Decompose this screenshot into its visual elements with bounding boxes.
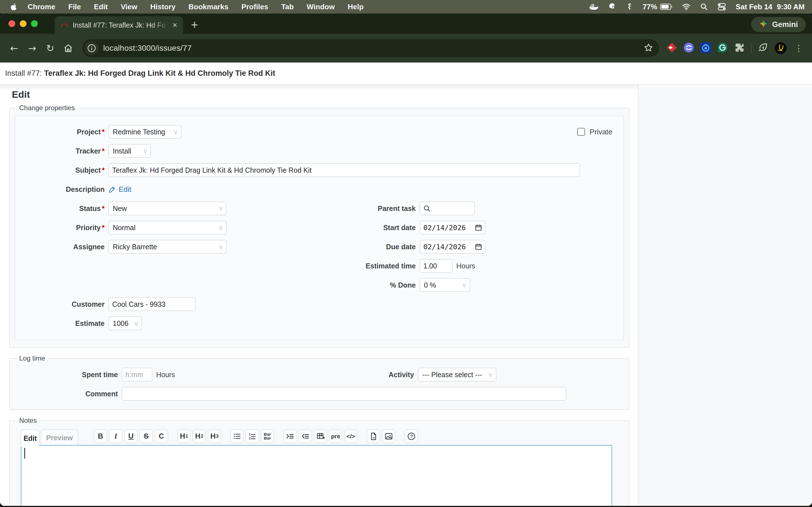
grammarly-icon[interactable] <box>717 42 728 54</box>
gemini-button[interactable]: Gemini <box>751 17 806 32</box>
estimated-time-input[interactable] <box>420 259 453 273</box>
profile-avatar[interactable] <box>775 42 786 54</box>
spent-time-input[interactable] <box>122 368 152 381</box>
chevron-down-icon: ∨ <box>218 205 223 212</box>
image-icon[interactable] <box>382 430 395 443</box>
help-icon[interactable]: ? <box>405 430 418 443</box>
reload-icon[interactable]: ↻ <box>43 41 57 55</box>
extensions-puzzle-icon[interactable] <box>734 42 745 54</box>
comment-input[interactable] <box>122 387 566 400</box>
private-checkbox[interactable] <box>577 128 585 136</box>
unquote-icon[interactable] <box>299 430 312 443</box>
change-properties-legend: Change properties <box>16 104 78 112</box>
bookmark-star-icon[interactable] <box>644 43 654 54</box>
heading1-button[interactable]: H1 <box>177 430 191 443</box>
customer-input[interactable] <box>109 297 195 311</box>
inline-code-button[interactable]: C <box>155 430 168 443</box>
italic-button[interactable]: I <box>109 430 122 443</box>
assignee-label: Assignee <box>15 243 109 251</box>
menu-view[interactable]: View <box>121 3 137 11</box>
parent-task-input[interactable] <box>420 202 475 215</box>
back-icon[interactable]: ← <box>7 41 21 55</box>
form-row-estimated: Estimated time Hours <box>15 256 624 276</box>
zoom-window-button[interactable] <box>31 20 38 27</box>
strikethrough-button[interactable]: S <box>140 430 153 443</box>
svg-text:2: 2 <box>249 437 250 440</box>
minimize-window-button[interactable] <box>20 20 27 27</box>
menu-bookmarks[interactable]: Bookmarks <box>189 3 229 11</box>
new-tab-button[interactable]: + <box>191 16 198 34</box>
menu-help[interactable]: Help <box>348 3 363 11</box>
log-time-legend: Log time <box>16 354 48 362</box>
menu-window[interactable]: Window <box>307 3 335 11</box>
done-ratio-select[interactable]: 0 %∨ <box>420 278 470 292</box>
unordered-list-icon[interactable] <box>231 430 244 443</box>
menubar-date-label[interactable]: Sat Feb 14 <box>735 3 772 11</box>
start-date-input[interactable]: 02/14/2026 <box>420 221 485 234</box>
menu-tab[interactable]: Tab <box>282 3 294 11</box>
url-text[interactable]: localhost:3000/issues/77 <box>103 44 644 53</box>
menu-chrome[interactable]: Chrome <box>28 3 55 11</box>
menubar-app-icon-1[interactable] <box>608 3 616 11</box>
activity-label: Activity <box>319 371 418 379</box>
close-window-button[interactable] <box>8 20 15 27</box>
description-edit-link[interactable]: Edit <box>109 185 132 194</box>
menubar-time-label[interactable]: 9:30 AM <box>777 3 805 11</box>
wiki-link-icon[interactable]: ∞ <box>367 430 380 443</box>
task-list-icon[interactable] <box>261 430 274 443</box>
done-ratio-label: % Done <box>319 281 420 289</box>
blockquote-icon[interactable] <box>283 430 297 443</box>
tab-preview[interactable]: Preview <box>41 430 78 446</box>
issue-id-label: Install #77: <box>5 69 42 78</box>
menu-file[interactable]: File <box>68 3 81 11</box>
wifi-icon[interactable] <box>682 3 691 10</box>
change-properties-fieldset: Change properties Project* Redmine Testi… <box>9 104 629 348</box>
assignee-select[interactable]: Ricky Barrette∨ <box>109 240 226 253</box>
apple-menu-icon[interactable] <box>10 3 18 11</box>
project-select[interactable]: Redmine Testing∨ <box>109 125 181 138</box>
page-title: Edit <box>12 89 638 100</box>
form-row-done: % Done 0 %∨ <box>15 276 624 295</box>
description-label: Description <box>15 185 109 193</box>
site-info-icon[interactable] <box>85 41 99 55</box>
ordered-list-icon[interactable]: 12 <box>246 430 259 443</box>
due-date-input[interactable]: 02/14/2026 <box>420 240 485 253</box>
private-field: Private <box>577 128 612 136</box>
address-bar[interactable]: localhost:3000/issues/77 <box>82 39 659 57</box>
performance-leaf-icon[interactable] <box>758 42 769 54</box>
browser-tab[interactable]: Install #77: Teraflex Jk: Hd Fo × <box>55 16 183 34</box>
heading2-button[interactable]: H2 <box>193 430 206 443</box>
gemini-sparkle-icon <box>759 19 768 30</box>
menu-edit[interactable]: Edit <box>94 3 108 11</box>
extension-icon-purple[interactable] <box>683 42 694 54</box>
menubar-app-icon-2[interactable] <box>626 3 633 10</box>
code-block-button[interactable]: </> <box>344 430 357 443</box>
form-row-status-parent: Status* New∨ Parent task <box>15 199 624 218</box>
preformatted-button[interactable]: pre <box>329 430 342 443</box>
calendar-icon <box>475 243 482 250</box>
chrome-menu-kebab-icon[interactable]: ⋮ <box>793 43 805 53</box>
home-icon[interactable] <box>61 41 75 55</box>
tab-close-icon[interactable]: × <box>171 21 179 29</box>
extension-icon-red[interactable] <box>666 42 677 54</box>
forward-icon[interactable]: → <box>26 41 39 55</box>
extension-icon-blue-lock[interactable] <box>700 42 711 54</box>
right-rail <box>638 84 812 506</box>
estimate-select[interactable]: 1006∨ <box>109 317 142 330</box>
notes-textarea[interactable] <box>21 445 612 506</box>
activity-select[interactable]: --- Please select ---∨ <box>418 368 496 381</box>
table-icon[interactable] <box>314 430 327 443</box>
tracker-select[interactable]: Install∨ <box>109 144 151 158</box>
bold-button[interactable]: B <box>94 430 107 443</box>
docker-menubar-icon[interactable] <box>589 3 599 10</box>
menu-profiles[interactable]: Profiles <box>241 3 268 11</box>
subject-input[interactable] <box>109 163 580 177</box>
status-select[interactable]: New∨ <box>109 202 226 215</box>
menu-history[interactable]: History <box>150 3 175 11</box>
underline-button[interactable]: U <box>124 430 138 443</box>
control-center-icon[interactable] <box>718 3 726 11</box>
priority-select[interactable]: Normal∨ <box>109 221 226 234</box>
heading3-button[interactable]: H3 <box>208 430 221 443</box>
spotlight-search-icon[interactable] <box>700 3 708 11</box>
tab-edit[interactable]: Edit <box>21 430 40 447</box>
